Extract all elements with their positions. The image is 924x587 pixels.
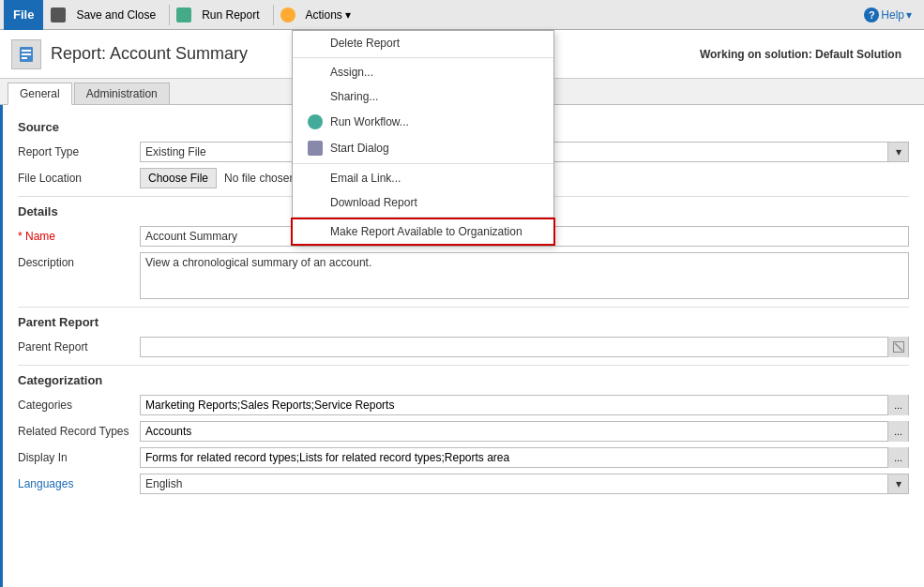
assign-label: Assign... — [330, 66, 373, 79]
download-report-item[interactable]: Download Report — [293, 190, 553, 215]
workflow-label: Run Workflow... — [330, 115, 409, 128]
svg-rect-3 — [22, 57, 27, 59]
actions-label: Actions — [306, 8, 342, 22]
save-icon — [51, 8, 66, 23]
divider-2 — [18, 307, 909, 308]
related-record-button[interactable]: ... — [887, 421, 908, 442]
workflow-icon — [308, 114, 323, 129]
actions-dropdown-menu: Delete Report Assign... Sharing... Run W… — [292, 30, 554, 245]
dialog-icon — [308, 141, 323, 156]
languages-dropdown-arrow[interactable]: ▾ — [887, 474, 908, 493]
parent-report-input[interactable] — [141, 338, 887, 356]
related-record-control: Accounts ... — [140, 421, 909, 442]
file-button[interactable]: File — [4, 0, 43, 30]
languages-value: English — [145, 477, 204, 490]
display-in-button[interactable]: ... — [887, 447, 908, 468]
svg-rect-2 — [22, 53, 31, 55]
name-label: Name — [18, 226, 140, 243]
report-type-label: Report Type — [18, 142, 140, 158]
svg-rect-1 — [22, 50, 31, 52]
sharing-item[interactable]: Sharing... — [293, 84, 553, 109]
save-close-label: Save and Close — [76, 8, 156, 22]
categories-label: Categories — [18, 395, 140, 412]
help-chevron-icon: ▾ — [906, 8, 912, 22]
actions-icon — [280, 8, 295, 23]
related-record-row: Related Record Types Accounts ... — [18, 421, 909, 442]
description-textarea[interactable]: View a chronological summary of an accou… — [140, 252, 909, 299]
categories-control: Marketing Reports;Sales Reports;Service … — [140, 395, 909, 415]
tab-administration[interactable]: Administration — [74, 83, 170, 104]
delete-report-label: Delete Report — [330, 37, 400, 50]
categorization-section-label: Categorization — [18, 373, 909, 387]
display-in-label: Display In — [18, 447, 140, 464]
help-label: Help — [881, 8, 904, 22]
email-link-label: Email a Link... — [330, 172, 401, 185]
report-type-value: Existing File — [145, 145, 229, 158]
assign-item[interactable]: Assign... — [293, 60, 553, 84]
related-record-value: Accounts — [141, 422, 887, 441]
parent-report-row: Parent Report — [18, 337, 909, 357]
description-row: Description View a chronological summary… — [18, 252, 909, 299]
file-location-label: File Location — [18, 168, 140, 185]
description-label: Description — [18, 252, 140, 269]
display-in-value: Forms for related record types;Lists for… — [141, 448, 887, 467]
help-button[interactable]: ? Help ▾ — [856, 4, 920, 26]
categories-row: Categories Marketing Reports;Sales Repor… — [18, 395, 909, 415]
choose-file-button[interactable]: Choose File — [140, 168, 217, 188]
working-solution: Working on solution: Default Solution — [700, 48, 901, 61]
languages-row: Languages English ▾ — [18, 474, 909, 494]
display-in-row: Display In Forms for related record type… — [18, 447, 909, 468]
divider-3 — [18, 365, 909, 366]
sharing-label: Sharing... — [330, 90, 378, 103]
dialog-label: Start Dialog — [330, 142, 389, 155]
parent-report-section-label: Parent Report — [18, 315, 909, 329]
parent-report-label: Parent Report — [18, 337, 140, 354]
dropdown-separator-2 — [293, 163, 553, 164]
help-icon: ? — [864, 8, 879, 23]
email-link-item[interactable]: Email a Link... — [293, 166, 553, 190]
display-in-control: Forms for related record types;Lists for… — [140, 447, 909, 468]
dropdown-separator-1 — [293, 57, 553, 58]
parent-report-lookup-button[interactable] — [887, 337, 908, 357]
actions-button[interactable]: Actions ▾ — [299, 5, 357, 25]
languages-select[interactable]: English ▾ — [140, 474, 909, 494]
file-name-display: No file chosen — [224, 172, 295, 185]
run-report-button[interactable]: Run Report — [195, 5, 265, 25]
workflow-item[interactable]: Run Workflow... — [293, 109, 553, 135]
toolbar: File Save and Close Run Report Actions ▾… — [0, 0, 924, 30]
related-record-label: Related Record Types — [18, 421, 140, 438]
languages-label: Languages — [18, 474, 140, 490]
start-dialog-item[interactable]: Start Dialog — [293, 135, 553, 161]
make-available-label: Make Report Available to Organization — [330, 225, 523, 238]
report-icon — [11, 39, 41, 69]
dropdown-separator-3 — [293, 217, 553, 218]
toolbar-separator-2 — [273, 5, 274, 25]
download-report-label: Download Report — [330, 196, 417, 209]
actions-chevron-icon: ▾ — [345, 8, 351, 22]
categories-value: Marketing Reports;Sales Reports;Service … — [141, 396, 887, 414]
save-close-button[interactable]: Save and Close — [69, 5, 162, 25]
run-report-label: Run Report — [202, 8, 259, 22]
delete-report-item[interactable]: Delete Report — [293, 31, 553, 55]
parent-report-lookup — [140, 337, 909, 357]
toolbar-separator-1 — [169, 5, 170, 25]
categories-button[interactable]: ... — [887, 395, 908, 415]
report-type-dropdown-arrow[interactable]: ▾ — [887, 143, 908, 161]
page-title: Report: Account Summary — [51, 44, 248, 64]
tab-general[interactable]: General — [8, 83, 72, 105]
run-icon — [176, 8, 191, 23]
make-available-item[interactable]: Make Report Available to Organization — [293, 219, 553, 244]
